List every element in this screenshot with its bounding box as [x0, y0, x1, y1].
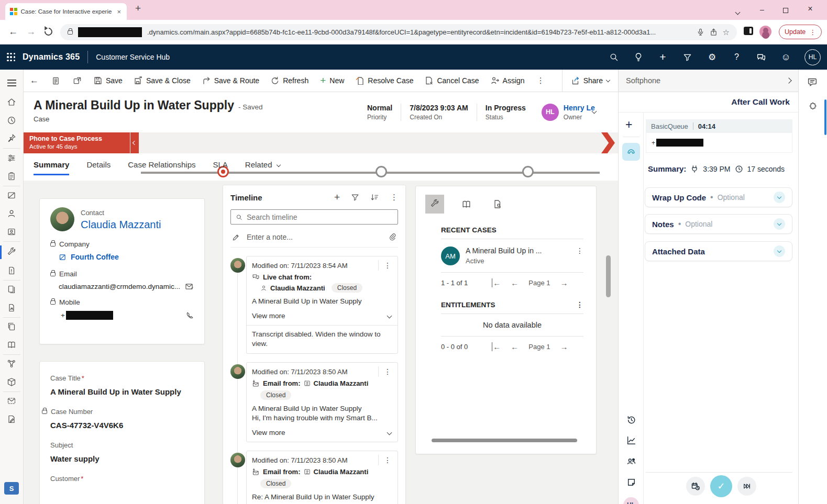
- section-more-icon[interactable]: ⋮: [576, 300, 583, 309]
- email-value[interactable]: claudiamazzanti@crmdemo.dynamic...: [59, 283, 180, 290]
- softphone-pane-header[interactable]: Softphone: [618, 70, 798, 92]
- related-tab-knowledge[interactable]: [457, 195, 476, 214]
- sidebar-item-pinned[interactable]: [7, 133, 16, 143]
- row-more-icon[interactable]: ⋮: [576, 247, 583, 255]
- recent-case-title[interactable]: A Mineral Build Up in ...: [466, 247, 542, 255]
- sidebar-item-home[interactable]: [7, 97, 16, 107]
- refresh-button[interactable]: Refresh: [265, 70, 314, 92]
- app-badge[interactable]: S: [4, 482, 19, 495]
- entry-subject[interactable]: A Mineral Build Up in Water Supply: [247, 400, 398, 412]
- schedule-callback-button[interactable]: [686, 477, 705, 496]
- teams-chat-pane-icon[interactable]: [807, 77, 818, 88]
- recent-case-row[interactable]: AM A Mineral Build Up in ... Active ⋮: [441, 247, 583, 265]
- contact-name-link[interactable]: Claudia Mazzanti: [81, 219, 161, 231]
- app-name[interactable]: Customer Service Hub: [96, 53, 170, 61]
- previous-page-icon[interactable]: ←: [511, 342, 519, 351]
- help-icon[interactable]: ?: [724, 52, 749, 62]
- history-icon[interactable]: [626, 415, 636, 425]
- contacts-people-icon[interactable]: [626, 456, 636, 466]
- browser-sidebar-icon[interactable]: [744, 27, 753, 35]
- plugins-puzzle-icon[interactable]: [807, 102, 818, 113]
- browser-reload-button[interactable]: [43, 26, 54, 37]
- sidebar-item-accounts[interactable]: [7, 191, 16, 200]
- sidebar-item-activities[interactable]: [7, 172, 16, 181]
- sidebar-item-knowledge-search[interactable]: [7, 303, 16, 312]
- entry-more-icon[interactable]: ⋮: [378, 455, 393, 465]
- call-phone-icon[interactable]: [185, 311, 194, 320]
- entry-view-more[interactable]: View more: [247, 305, 398, 325]
- entry-more-icon[interactable]: ⋮: [378, 366, 393, 377]
- first-page-icon[interactable]: ←: [492, 278, 501, 287]
- company-link[interactable]: Fourth Coffee: [71, 253, 119, 261]
- window-maximize-button[interactable]: [780, 6, 791, 15]
- active-call-session-button[interactable]: [622, 143, 640, 161]
- timeline-note-row[interactable]: Enter a note...: [230, 227, 398, 248]
- share-button[interactable]: Share: [562, 70, 618, 92]
- entry-more-icon[interactable]: ⋮: [378, 260, 393, 271]
- tab-summary[interactable]: Summary: [34, 160, 69, 175]
- header-field-created-on[interactable]: 7/8/2023 9:03 AM Created On: [401, 104, 477, 121]
- stage-resolve-marker[interactable]: [522, 166, 534, 177]
- sidebar-item-contacts[interactable]: [7, 209, 16, 218]
- next-page-icon[interactable]: →: [560, 278, 568, 287]
- browser-back-button[interactable]: ←: [8, 27, 18, 36]
- sidebar-item-products[interactable]: [7, 377, 16, 387]
- waffle-menu-icon[interactable]: [7, 53, 15, 61]
- window-close-button[interactable]: ×: [805, 4, 815, 14]
- save-and-close-button[interactable]: Save & Close: [128, 70, 196, 92]
- previous-page-icon[interactable]: ←: [511, 278, 519, 287]
- timeline-entry-livechat[interactable]: Modified on: 7/11/2023 8:54 AM ⋮ Live ch…: [246, 256, 398, 354]
- sidebar-item-dashboards[interactable]: [7, 153, 16, 163]
- guidance-lightbulb-icon[interactable]: [626, 52, 650, 62]
- address-bar[interactable]: .dynamics.com/main.aspx?appid=6685b74b-f…: [60, 24, 737, 40]
- expand-chevron-icon[interactable]: [774, 218, 785, 230]
- sidebar-item-queues[interactable]: [7, 266, 16, 275]
- related-tab-search[interactable]: [488, 195, 507, 214]
- skip-acw-button[interactable]: [737, 477, 756, 496]
- expand-chevron-icon[interactable]: [774, 245, 785, 257]
- timeline-sort-icon[interactable]: [370, 193, 379, 202]
- filter-icon[interactable]: [675, 53, 700, 62]
- window-minimize-button[interactable]: –: [757, 5, 767, 14]
- entry-subject[interactable]: A Mineral Build Up in Water Supply: [247, 293, 398, 305]
- timeline-search-box[interactable]: [230, 209, 398, 225]
- form-selector-icon[interactable]: [45, 76, 67, 85]
- sidebar-item-knowledge-base[interactable]: [7, 340, 16, 350]
- entry-contact[interactable]: Claudia Mazzanti: [314, 468, 369, 476]
- timeline-add-icon[interactable]: +: [334, 192, 340, 203]
- analytics-chart-icon[interactable]: [626, 435, 636, 445]
- tab-sla[interactable]: SLA: [213, 160, 227, 175]
- timeline-search-input[interactable]: [247, 213, 393, 221]
- bookmark-star-icon[interactable]: ☆: [723, 28, 730, 37]
- send-email-icon[interactable]: [185, 283, 194, 290]
- sidebar-item-connections[interactable]: [7, 359, 16, 368]
- wrap-up-code-section[interactable]: Wrap Up Code • Optional: [645, 187, 792, 207]
- tab-case-relationships[interactable]: Case Relationships: [128, 160, 195, 175]
- vertical-scrollbar-thumb[interactable]: [606, 255, 611, 297]
- tab-related[interactable]: Related: [245, 160, 280, 175]
- timeline-entry-email[interactable]: Modified on: 7/11/2023 8:50 AM ⋮ Email f…: [246, 451, 398, 504]
- notes-card-icon[interactable]: [626, 477, 636, 487]
- browser-forward-button[interactable]: →: [26, 27, 36, 36]
- save-button[interactable]: Save: [88, 70, 128, 92]
- user-avatar[interactable]: HL: [804, 49, 821, 65]
- new-button[interactable]: + New: [314, 70, 350, 92]
- related-tab-tools[interactable]: [425, 195, 444, 214]
- voice-search-mic-icon[interactable]: [697, 28, 704, 36]
- agent-avatar[interactable]: HL: [623, 497, 639, 504]
- quick-create-icon[interactable]: +: [650, 51, 675, 63]
- stage-research-marker[interactable]: [376, 166, 387, 177]
- browser-tab[interactable]: Case: Case for Interactive experie ×: [5, 3, 127, 20]
- settings-gear-icon[interactable]: ⚙: [700, 52, 724, 63]
- save-and-route-button[interactable]: Save & Route: [196, 70, 265, 92]
- timeline-more-icon[interactable]: ⋮: [390, 193, 398, 202]
- entry-view-more[interactable]: View more: [247, 422, 398, 442]
- complete-acw-button[interactable]: ✓: [710, 475, 732, 497]
- process-next-stage-button[interactable]: [601, 132, 615, 153]
- header-expand-chevron-icon[interactable]: [592, 106, 596, 115]
- sitemap-hamburger-icon[interactable]: [7, 80, 16, 81]
- tab-details[interactable]: Details: [86, 160, 111, 175]
- attach-paperclip-icon[interactable]: [389, 233, 396, 241]
- sidebar-item-knowledge-articles[interactable]: [7, 285, 16, 294]
- sidebar-item-cases[interactable]: [7, 248, 16, 257]
